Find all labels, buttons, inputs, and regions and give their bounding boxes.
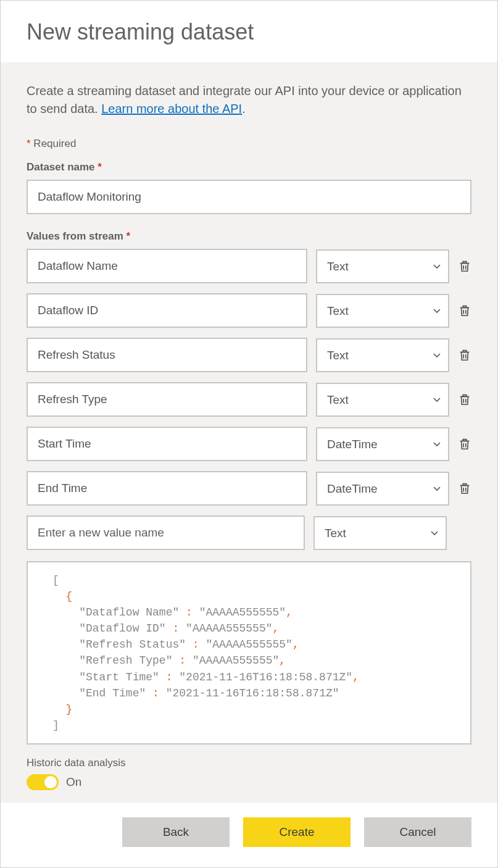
values-from-stream-label: Values from stream *	[27, 230, 471, 243]
type-select-wrap: TextNumberDateTime	[316, 472, 449, 506]
asterisk-icon: *	[127, 230, 131, 242]
type-select-wrap: TextNumberDateTime	[316, 427, 449, 461]
value-row: TextNumberDateTime	[27, 427, 471, 461]
dataset-name-group: Dataset name *	[27, 161, 471, 214]
dialog-title: New streaming dataset	[27, 19, 471, 45]
value-name-input[interactable]	[27, 338, 307, 372]
json-preview: [ { "Dataflow Name" : "AAAAA555555", "Da…	[27, 561, 471, 745]
type-select-wrap: TextNumberDateTime	[316, 383, 449, 417]
dialog-header: New streaming dataset	[1, 1, 497, 62]
value-name-input[interactable]	[27, 382, 307, 417]
type-select[interactable]: TextNumberDateTime	[316, 383, 449, 417]
trash-icon[interactable]	[458, 303, 471, 319]
new-value-row: TextNumberDateTime	[27, 515, 471, 550]
intro-text: Create a streaming dataset and integrate…	[27, 82, 471, 118]
trash-icon[interactable]	[458, 480, 471, 496]
dialog-body: Create a streaming dataset and integrate…	[1, 62, 497, 803]
historic-analysis-label: Historic data analysis	[27, 757, 471, 769]
back-button[interactable]: Back	[122, 817, 230, 847]
value-row: TextNumberDateTime	[27, 471, 471, 506]
type-select-wrap: TextNumberDateTime	[316, 294, 449, 328]
trash-icon[interactable]	[458, 347, 471, 363]
type-select-wrap: TextNumberDateTime	[316, 338, 449, 372]
type-select[interactable]: TextNumberDateTime	[316, 472, 449, 506]
type-select[interactable]: TextNumberDateTime	[313, 516, 447, 550]
value-name-input[interactable]	[27, 249, 307, 283]
values-label-text: Values from stream	[27, 230, 127, 242]
required-note: * Required	[27, 138, 471, 150]
new-value-name-input[interactable]	[27, 515, 305, 550]
value-name-input[interactable]	[27, 471, 307, 506]
historic-toggle-row: On	[27, 774, 471, 790]
trash-icon[interactable]	[458, 258, 471, 274]
historic-toggle[interactable]	[27, 774, 59, 790]
dialog-footer: Back Create Cancel	[1, 803, 497, 864]
value-row: TextNumberDateTime	[27, 382, 471, 417]
asterisk-icon: *	[98, 161, 102, 173]
value-name-input[interactable]	[27, 293, 307, 328]
trash-icon[interactable]	[458, 436, 471, 452]
type-select-wrap: TextNumberDateTime	[313, 516, 447, 550]
values-rows: TextNumberDateTimeTextNumberDateTimeText…	[27, 249, 471, 550]
type-select[interactable]: TextNumberDateTime	[316, 338, 449, 372]
trash-icon[interactable]	[458, 391, 471, 407]
historic-toggle-state: On	[66, 775, 81, 789]
dataset-name-label-text: Dataset name	[27, 161, 98, 173]
value-row: TextNumberDateTime	[27, 249, 471, 283]
type-select[interactable]: TextNumberDateTime	[316, 249, 449, 283]
intro-suffix: .	[242, 102, 246, 115]
value-name-input[interactable]	[27, 427, 307, 461]
type-select-wrap: TextNumberDateTime	[316, 249, 449, 283]
cancel-button[interactable]: Cancel	[364, 817, 471, 847]
create-button[interactable]: Create	[243, 817, 351, 847]
type-select[interactable]: TextNumberDateTime	[316, 427, 449, 461]
learn-more-link[interactable]: Learn more about the API	[101, 102, 242, 115]
type-select[interactable]: TextNumberDateTime	[316, 294, 449, 328]
dataset-name-label: Dataset name *	[27, 161, 471, 173]
asterisk-icon: *	[27, 138, 31, 149]
required-note-text: Required	[31, 138, 77, 149]
value-row: TextNumberDateTime	[27, 338, 471, 372]
dataset-name-input[interactable]	[27, 180, 471, 214]
value-row: TextNumberDateTime	[27, 293, 471, 328]
